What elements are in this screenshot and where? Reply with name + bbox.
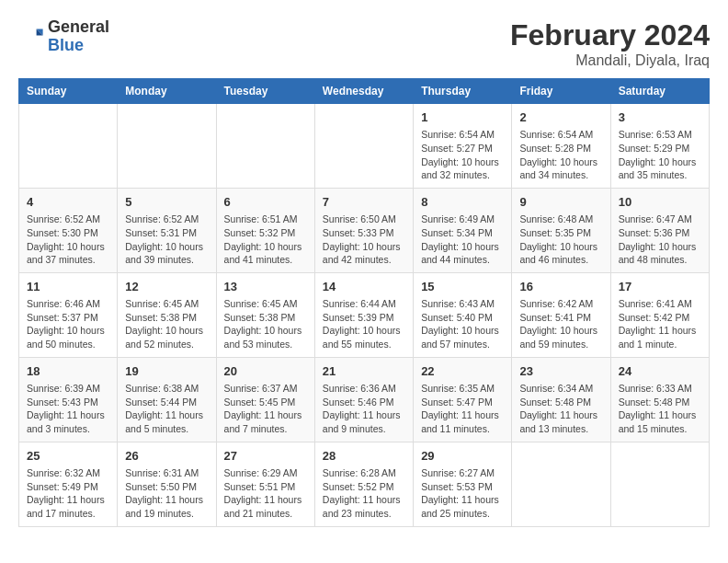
day-info: Sunrise: 6:50 AM Sunset: 5:33 PM Dayligh… [323,213,405,267]
day-of-week-header: Tuesday [216,79,314,104]
day-info: Sunrise: 6:54 AM Sunset: 5:28 PM Dayligh… [519,128,602,182]
day-number: 3 [619,109,701,126]
day-info: Sunrise: 6:42 AM Sunset: 5:41 PM Dayligh… [519,297,602,351]
calendar-week-row: 4Sunrise: 6:52 AM Sunset: 5:30 PM Daylig… [19,188,710,272]
calendar-day-cell: 12Sunrise: 6:45 AM Sunset: 5:38 PM Dayli… [118,272,216,357]
day-of-week-header: Saturday [610,79,709,104]
day-number: 19 [125,363,208,380]
day-of-week-header: Thursday [414,79,512,104]
day-info: Sunrise: 6:45 AM Sunset: 5:38 PM Dayligh… [125,297,208,351]
day-info: Sunrise: 6:31 AM Sunset: 5:50 PM Dayligh… [125,466,208,521]
calendar-day-cell: 21Sunrise: 6:36 AM Sunset: 5:46 PM Dayli… [314,357,413,442]
day-number: 4 [27,194,109,211]
calendar-day-cell: 6Sunrise: 6:51 AM Sunset: 5:32 PM Daylig… [216,188,314,272]
day-number: 29 [421,448,504,465]
day-info: Sunrise: 6:38 AM Sunset: 5:44 PM Dayligh… [125,382,208,436]
calendar-day-cell: 11Sunrise: 6:46 AM Sunset: 5:37 PM Dayli… [19,272,118,357]
calendar-day-cell: 14Sunrise: 6:44 AM Sunset: 5:39 PM Dayli… [314,272,413,357]
calendar-day-cell: 23Sunrise: 6:34 AM Sunset: 5:48 PM Dayli… [512,357,610,442]
day-info: Sunrise: 6:37 AM Sunset: 5:45 PM Dayligh… [224,382,307,436]
calendar-table: SundayMondayTuesdayWednesdayThursdayFrid… [18,78,710,527]
day-info: Sunrise: 6:33 AM Sunset: 5:48 PM Dayligh… [619,382,701,436]
calendar-day-cell: 18Sunrise: 6:39 AM Sunset: 5:43 PM Dayli… [19,357,118,442]
calendar-day-cell: 24Sunrise: 6:33 AM Sunset: 5:48 PM Dayli… [610,357,709,442]
day-info: Sunrise: 6:28 AM Sunset: 5:52 PM Dayligh… [323,466,405,521]
day-of-week-header: Friday [512,79,610,104]
day-number: 2 [519,109,602,126]
day-number: 22 [421,363,504,380]
day-info: Sunrise: 6:52 AM Sunset: 5:31 PM Dayligh… [125,213,208,267]
calendar-day-cell: 13Sunrise: 6:45 AM Sunset: 5:38 PM Dayli… [216,272,314,357]
calendar-day-cell: 1Sunrise: 6:54 AM Sunset: 5:27 PM Daylig… [414,104,512,189]
day-info: Sunrise: 6:52 AM Sunset: 5:30 PM Dayligh… [27,213,109,267]
day-number: 20 [224,363,307,380]
day-info: Sunrise: 6:36 AM Sunset: 5:46 PM Dayligh… [323,382,405,436]
day-number: 15 [421,279,504,295]
day-number: 11 [27,279,109,295]
calendar-day-cell: 16Sunrise: 6:42 AM Sunset: 5:41 PM Dayli… [512,272,610,357]
day-info: Sunrise: 6:35 AM Sunset: 5:47 PM Dayligh… [421,382,504,436]
day-info: Sunrise: 6:39 AM Sunset: 5:43 PM Dayligh… [27,382,109,436]
day-info: Sunrise: 6:51 AM Sunset: 5:32 PM Dayligh… [224,213,307,267]
calendar-day-cell: 3Sunrise: 6:53 AM Sunset: 5:29 PM Daylig… [610,104,709,189]
day-number: 9 [519,194,602,211]
day-number: 16 [519,279,602,295]
calendar-day-cell [314,104,413,189]
calendar-day-cell: 29Sunrise: 6:27 AM Sunset: 5:53 PM Dayli… [414,442,512,526]
day-info: Sunrise: 6:49 AM Sunset: 5:34 PM Dayligh… [421,213,504,267]
calendar-header-row: SundayMondayTuesdayWednesdayThursdayFrid… [19,79,710,104]
calendar-day-cell: 5Sunrise: 6:52 AM Sunset: 5:31 PM Daylig… [118,188,216,272]
day-info: Sunrise: 6:45 AM Sunset: 5:38 PM Dayligh… [224,297,307,351]
day-of-week-header: Monday [118,79,216,104]
calendar-day-cell: 10Sunrise: 6:47 AM Sunset: 5:36 PM Dayli… [610,188,709,272]
calendar-day-cell [512,442,610,526]
day-number: 17 [619,279,701,295]
calendar-day-cell [610,442,709,526]
logo-icon [18,24,44,50]
calendar-day-cell: 17Sunrise: 6:41 AM Sunset: 5:42 PM Dayli… [610,272,709,357]
calendar-day-cell: 4Sunrise: 6:52 AM Sunset: 5:30 PM Daylig… [19,188,118,272]
day-number: 14 [323,279,405,295]
day-number: 10 [619,194,701,211]
day-of-week-header: Sunday [19,79,118,104]
calendar-day-cell: 9Sunrise: 6:48 AM Sunset: 5:35 PM Daylig… [512,188,610,272]
calendar-day-cell: 19Sunrise: 6:38 AM Sunset: 5:44 PM Dayli… [118,357,216,442]
calendar-day-cell: 7Sunrise: 6:50 AM Sunset: 5:33 PM Daylig… [314,188,413,272]
calendar-week-row: 25Sunrise: 6:32 AM Sunset: 5:49 PM Dayli… [19,442,710,526]
day-number: 25 [27,448,109,465]
calendar-day-cell: 25Sunrise: 6:32 AM Sunset: 5:49 PM Dayli… [19,442,118,526]
day-info: Sunrise: 6:54 AM Sunset: 5:27 PM Dayligh… [421,128,504,182]
calendar-day-cell: 28Sunrise: 6:28 AM Sunset: 5:52 PM Dayli… [314,442,413,526]
calendar-title: February 2024 [510,18,710,52]
day-info: Sunrise: 6:48 AM Sunset: 5:35 PM Dayligh… [519,213,602,267]
day-number: 26 [125,448,208,465]
calendar-day-cell: 15Sunrise: 6:43 AM Sunset: 5:40 PM Dayli… [414,272,512,357]
day-info: Sunrise: 6:46 AM Sunset: 5:37 PM Dayligh… [27,297,109,351]
logo-text: General Blue [48,18,109,55]
calendar-day-cell [19,104,118,189]
logo: General Blue [18,18,109,55]
calendar-week-row: 18Sunrise: 6:39 AM Sunset: 5:43 PM Dayli… [19,357,710,442]
day-number: 23 [519,363,602,380]
day-info: Sunrise: 6:32 AM Sunset: 5:49 PM Dayligh… [27,466,109,521]
day-number: 18 [27,363,109,380]
day-number: 5 [125,194,208,211]
calendar-day-cell: 8Sunrise: 6:49 AM Sunset: 5:34 PM Daylig… [414,188,512,272]
calendar-subtitle: Mandali, Diyala, Iraq [510,52,710,69]
day-number: 24 [619,363,701,380]
title-block: February 2024 Mandali, Diyala, Iraq [510,18,710,69]
calendar-week-row: 1Sunrise: 6:54 AM Sunset: 5:27 PM Daylig… [19,104,710,189]
calendar-day-cell [216,104,314,189]
day-number: 6 [224,194,307,211]
day-info: Sunrise: 6:53 AM Sunset: 5:29 PM Dayligh… [619,128,701,182]
calendar-week-row: 11Sunrise: 6:46 AM Sunset: 5:37 PM Dayli… [19,272,710,357]
calendar-day-cell: 22Sunrise: 6:35 AM Sunset: 5:47 PM Dayli… [414,357,512,442]
calendar-day-cell [118,104,216,189]
calendar-day-cell: 2Sunrise: 6:54 AM Sunset: 5:28 PM Daylig… [512,104,610,189]
calendar-day-cell: 26Sunrise: 6:31 AM Sunset: 5:50 PM Dayli… [118,442,216,526]
day-number: 1 [421,109,504,126]
day-info: Sunrise: 6:43 AM Sunset: 5:40 PM Dayligh… [421,297,504,351]
day-number: 21 [323,363,405,380]
day-number: 27 [224,448,307,465]
day-number: 8 [421,194,504,211]
